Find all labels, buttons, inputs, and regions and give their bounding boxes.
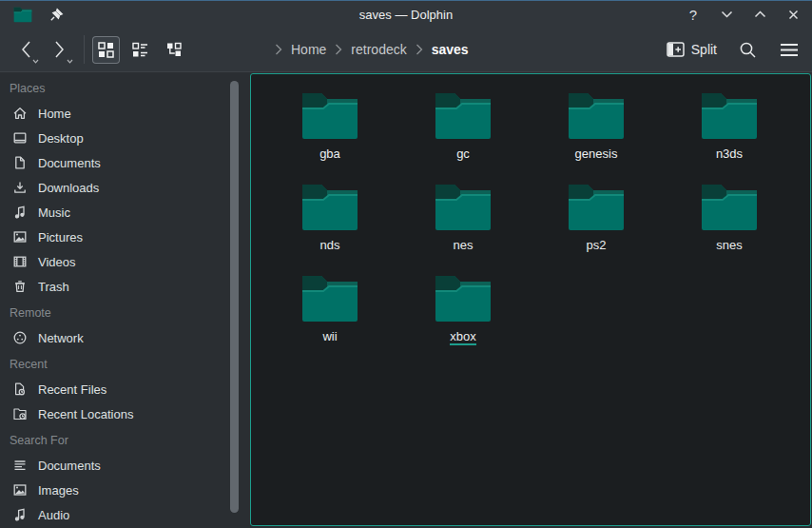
desktop-icon (12, 130, 28, 146)
folder-item-wii[interactable]: wii (263, 267, 396, 359)
toolbar-right: Split (667, 38, 801, 61)
folder-icon (567, 91, 626, 141)
breadcrumb: Home retrodeck saves (275, 42, 469, 57)
help-button[interactable]: ? (686, 7, 701, 22)
icons-view-button[interactable] (92, 36, 120, 64)
picture-icon (12, 229, 28, 244)
titlebar: saves — Dolphin ? (0, 1, 812, 28)
folder-icon (300, 91, 359, 141)
sidebar-scrollbar (226, 72, 245, 528)
sidebar-item-downloads[interactable]: Downloads (0, 175, 226, 200)
sidebar-item-music[interactable]: Music (0, 200, 226, 225)
sidebar-item-documents[interactable]: Documents (0, 150, 226, 175)
section-header-recent: Recent (0, 350, 226, 377)
minimize-button[interactable] (719, 7, 734, 22)
folder-item-snes[interactable]: snes (663, 176, 796, 267)
recent-folder-icon (12, 406, 28, 421)
toolbar: Home retrodeck saves Split (0, 28, 812, 72)
breadcrumb-retrodeck[interactable]: retrodeck (351, 42, 406, 57)
folder-name: n3ds (716, 147, 743, 161)
search-icon[interactable] (736, 38, 759, 61)
sidebar-item-recent-files[interactable]: Recent Files (0, 377, 226, 401)
window-controls: ? (686, 7, 802, 22)
sidebar-item-search-documents[interactable]: Documents (0, 453, 226, 478)
sidebar-item-home[interactable]: Home (0, 101, 226, 126)
pin-icon[interactable] (49, 8, 64, 22)
dolphin-window: saves — Dolphin ? (0, 0, 812, 528)
folder-item-n3ds[interactable]: n3ds (663, 85, 796, 176)
folder-item-xbox[interactable]: xbox (396, 267, 530, 359)
folder-name: genesis (575, 147, 618, 161)
folder-name: snes (716, 238, 742, 252)
folder-item-genesis[interactable]: genesis (530, 85, 663, 176)
sidebar-item-videos[interactable]: Videos (0, 249, 226, 274)
recent-file-icon (12, 381, 28, 397)
folder-icon (300, 183, 359, 232)
sidebar-scrollbar-thumb[interactable] (230, 81, 239, 513)
breadcrumb-separator-icon (275, 44, 282, 55)
folder-name: gba (319, 147, 340, 161)
folder-icon (434, 183, 493, 232)
audio-note-icon (12, 507, 28, 522)
sidebar-item-recent-locations[interactable]: Recent Locations (0, 401, 226, 426)
section-header-search-for: Search For (0, 426, 226, 453)
details-view-button[interactable] (126, 36, 154, 64)
folder-item-ps2[interactable]: ps2 (530, 176, 663, 267)
breadcrumb-separator-icon (335, 44, 342, 55)
folder-icon (567, 183, 626, 232)
forward-dropdown-icon (67, 59, 73, 64)
network-icon (12, 330, 28, 345)
folder-item-nds[interactable]: nds (263, 176, 396, 267)
folder-name: nes (454, 238, 474, 252)
trash-icon (12, 279, 28, 294)
breadcrumb-separator-icon (416, 44, 423, 55)
split-icon (667, 42, 685, 57)
sidebar-item-pictures[interactable]: Pictures (0, 225, 226, 249)
split-button[interactable]: Split (667, 42, 717, 57)
sidebar-item-search-images[interactable]: Images (0, 478, 226, 502)
music-note-icon (12, 205, 28, 220)
download-icon (12, 180, 28, 195)
folder-item-gc[interactable]: gc (396, 85, 530, 176)
section-header-places: Places (0, 80, 226, 101)
sidebar-item-trash[interactable]: Trash (0, 274, 226, 299)
section-header-remote: Remote (0, 299, 226, 325)
folder-item-nes[interactable]: nes (396, 176, 530, 267)
document-icon (12, 155, 28, 170)
folder-icon (434, 91, 493, 141)
folder-name: gc (456, 147, 470, 161)
tree-view-button[interactable] (161, 36, 188, 64)
breadcrumb-current[interactable]: saves (432, 42, 469, 57)
folder-name: xbox (450, 329, 475, 345)
text-lines-icon (12, 458, 28, 473)
sidebar-item-search-audio[interactable]: Audio (0, 502, 226, 527)
sidebar-item-desktop[interactable]: Desktop (0, 126, 226, 150)
folder-grid: gba gc genesis n3ds nds (251, 74, 810, 359)
home-icon (12, 106, 28, 121)
hamburger-menu-icon[interactable] (778, 38, 801, 61)
close-button[interactable] (785, 7, 801, 22)
maximize-button[interactable] (752, 7, 767, 22)
back-dropdown-icon (32, 59, 39, 64)
image-icon (12, 482, 28, 498)
dolphin-app-folder-icon (13, 7, 32, 23)
folder-item-gba[interactable]: gba (263, 85, 396, 176)
folder-name: ps2 (587, 238, 607, 252)
window-body: Places Home Desktop Documents Downloads … (0, 72, 812, 528)
toolbar-separator (84, 35, 85, 64)
folder-icon (700, 91, 759, 141)
forward-button[interactable] (46, 33, 74, 66)
breadcrumb-home[interactable]: Home (291, 42, 326, 57)
folder-name: wii (322, 329, 337, 343)
folder-name: nds (320, 238, 340, 252)
folder-icon (434, 274, 493, 323)
places-panel: Places Home Desktop Documents Downloads … (0, 72, 226, 528)
back-button[interactable] (11, 33, 40, 66)
video-icon (12, 254, 28, 269)
split-label: Split (691, 42, 717, 57)
sidebar-item-network[interactable]: Network (0, 325, 226, 350)
folder-icon (300, 274, 359, 323)
folder-view[interactable]: gba gc genesis n3ds nds (250, 73, 811, 526)
folder-icon (700, 183, 759, 232)
